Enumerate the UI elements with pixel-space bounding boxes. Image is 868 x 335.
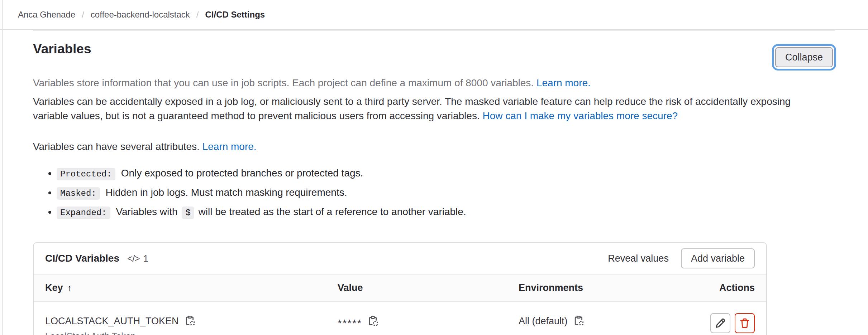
sort-ascending-icon: ↑: [67, 282, 72, 293]
variables-section: Variables Collapse Variables store infor…: [33, 30, 835, 335]
intro-paragraph-1: Variables store information that you can…: [33, 76, 835, 90]
copy-value-button[interactable]: [368, 316, 379, 327]
environment-scope: All (default): [519, 316, 568, 327]
variable-description: LocalStack Auth Token: [45, 331, 338, 335]
value-cell: *****: [338, 315, 519, 327]
variables-count-value: 1: [143, 253, 148, 264]
expanded-code-chip: Expanded:: [57, 207, 110, 219]
expanded-description-after: will be treated as the start of a refere…: [199, 206, 466, 217]
environments-cell: All (default): [519, 315, 682, 327]
learn-more-link-1[interactable]: Learn more.: [536, 77, 591, 88]
breadcrumb-separator: /: [196, 10, 199, 20]
table-row: LOCALSTACK_AUTH_TOKEN LocalStack Auth To…: [34, 302, 766, 335]
list-item-protected: Protected: Only exposed to protected bra…: [57, 166, 835, 181]
add-variable-button[interactable]: Add variable: [681, 248, 755, 268]
key-column-label: Key: [45, 282, 63, 293]
intro-paragraph-3: Variables can have several attributes. L…: [33, 140, 835, 154]
collapse-button[interactable]: Collapse: [775, 47, 833, 67]
pencil-icon: [715, 317, 726, 329]
list-item-expanded: Expanded: Variables with $ will be treat…: [57, 205, 835, 220]
copy-to-clipboard-icon: [368, 316, 379, 327]
list-item-masked: Masked: Hidden in job logs. Must match m…: [57, 185, 835, 201]
variable-key: LOCALSTACK_AUTH_TOKEN: [45, 316, 179, 327]
copy-to-clipboard-icon: [185, 315, 196, 327]
masked-description: Hidden in job logs. Must match masking r…: [106, 187, 347, 198]
intro-paragraph-1-text: Variables store information that you can…: [33, 77, 534, 88]
cicd-variables-panel: CI/CD Variables </> 1 Reveal values Add …: [33, 242, 767, 335]
attributes-list: Protected: Only exposed to protected bra…: [33, 166, 835, 220]
column-header-environments: Environments: [519, 282, 682, 293]
key-cell: LOCALSTACK_AUTH_TOKEN LocalStack Auth To…: [34, 315, 338, 335]
breadcrumb-separator: /: [82, 10, 84, 20]
masked-code-chip: Masked:: [57, 187, 100, 200]
breadcrumb-current-page: CI/CD Settings: [205, 10, 265, 20]
column-header-actions: Actions: [682, 282, 766, 293]
edit-variable-button[interactable]: [710, 313, 730, 333]
variables-count: </> 1: [127, 253, 148, 264]
breadcrumb-namespace[interactable]: Anca Ghenade: [18, 10, 75, 20]
copy-to-clipboard-icon: [573, 315, 585, 327]
trash-icon: [739, 317, 750, 329]
breadcrumb: Anca Ghenade / coffee-backend-localstack…: [18, 10, 265, 20]
protected-code-chip: Protected:: [57, 168, 115, 180]
panel-title: CI/CD Variables: [45, 253, 119, 264]
copy-environment-button[interactable]: [573, 315, 585, 327]
dollar-code-chip: $: [182, 207, 194, 219]
reveal-values-button[interactable]: Reveal values: [608, 253, 669, 264]
table-header-row: Key ↑ Value Environments Actions: [34, 274, 766, 302]
copy-key-button[interactable]: [185, 315, 196, 327]
breadcrumb-project[interactable]: coffee-backend-localstack: [91, 10, 190, 20]
masked-value: *****: [338, 317, 362, 329]
panel-header: CI/CD Variables </> 1 Reveal values Add …: [34, 243, 766, 274]
page-title: Variables: [33, 40, 91, 58]
column-header-value: Value: [338, 282, 519, 293]
learn-more-link-2[interactable]: Learn more.: [202, 141, 257, 152]
variables-secure-link[interactable]: How can I make my variables more secure?: [482, 110, 678, 121]
expanded-description-before: Variables with: [116, 206, 177, 217]
actions-cell: [710, 313, 766, 333]
protected-description: Only exposed to protected branches or pr…: [121, 168, 363, 179]
intro-paragraph-3-text: Variables can have several attributes.: [33, 141, 200, 152]
top-bar: Anca Ghenade / coffee-backend-localstack…: [0, 0, 868, 30]
code-icon: </>: [127, 253, 140, 264]
delete-variable-button[interactable]: [735, 313, 755, 333]
sidebar-edge-divider: [2, 0, 3, 335]
intro-paragraph-2: Variables can be accidentally exposed in…: [33, 94, 814, 123]
column-header-key[interactable]: Key ↑: [34, 282, 338, 293]
